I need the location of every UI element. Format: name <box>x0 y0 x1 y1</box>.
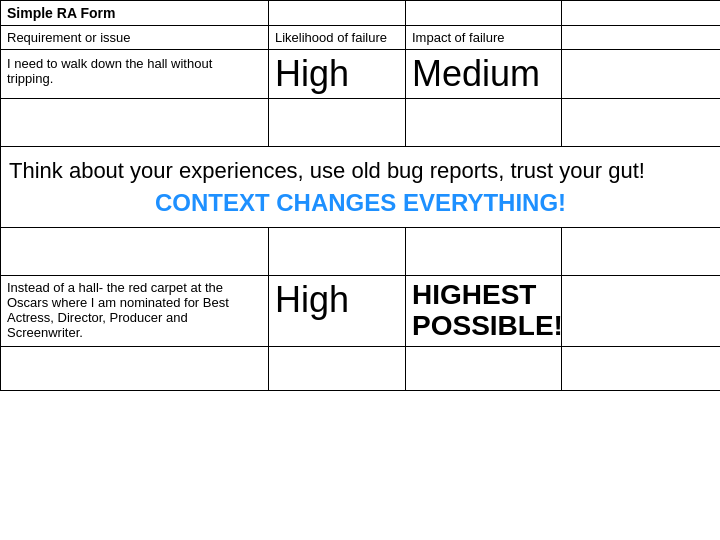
row1-col3: Medium <box>406 50 562 99</box>
last-col2 <box>269 346 406 390</box>
empty1-col2 <box>269 98 406 146</box>
row3-col2: High <box>269 276 406 347</box>
highlight-line2: CONTEXT CHANGES EVERYTHING! <box>9 189 712 217</box>
title-col2 <box>269 1 406 26</box>
highlight-row: Think about your experiences, use old bu… <box>1 146 721 228</box>
row1-col4 <box>562 50 721 99</box>
data-row-1: I need to walk down the hall without tri… <box>1 50 721 99</box>
form-title: Simple RA Form <box>1 1 269 26</box>
ra-table: Simple RA Form Requirement or issue Like… <box>0 0 720 391</box>
title-col4 <box>562 1 721 26</box>
title-col3 <box>406 1 562 26</box>
last-col4 <box>562 346 721 390</box>
empty2-col4 <box>562 228 721 276</box>
row1-col2: High <box>269 50 406 99</box>
highlight-line1: Think about your experiences, use old bu… <box>9 157 712 186</box>
empty1-col3 <box>406 98 562 146</box>
empty2-col3 <box>406 228 562 276</box>
last-col1 <box>1 346 269 390</box>
title-row: Simple RA Form <box>1 1 721 26</box>
empty-row-2 <box>1 228 721 276</box>
row1-col1: I need to walk down the hall without tri… <box>1 50 269 99</box>
header-col3: Impact of failure <box>406 26 562 50</box>
header-col2: Likelihood of failure <box>269 26 406 50</box>
header-col1: Requirement or issue <box>1 26 269 50</box>
header-row: Requirement or issue Likelihood of failu… <box>1 26 721 50</box>
empty-row-1 <box>1 98 721 146</box>
row3-col1: Instead of a hall- the red carpet at the… <box>1 276 269 347</box>
header-col4 <box>562 26 721 50</box>
highlight-cell: Think about your experiences, use old bu… <box>1 146 721 228</box>
data-row-2: Instead of a hall- the red carpet at the… <box>1 276 721 347</box>
last-col3 <box>406 346 562 390</box>
empty1-col4 <box>562 98 721 146</box>
empty1-col1 <box>1 98 269 146</box>
row3-col3: HIGHEST POSSIBLE! <box>406 276 562 347</box>
empty2-col1 <box>1 228 269 276</box>
row3-col4 <box>562 276 721 347</box>
last-row <box>1 346 721 390</box>
empty2-col2 <box>269 228 406 276</box>
